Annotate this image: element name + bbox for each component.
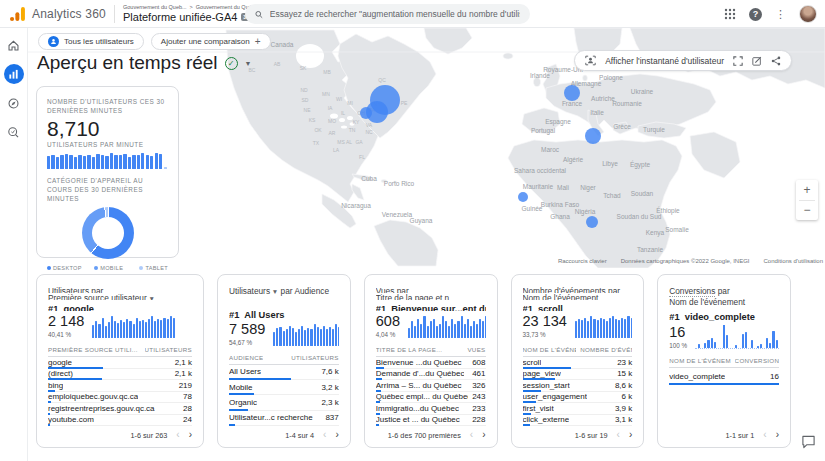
pagination-prev-icon[interactable]: ‹ — [763, 430, 766, 440]
table-row: click_externe3,1 k — [523, 415, 633, 427]
snapshot-button-label[interactable]: Afficher l'instantané d'utilisateur — [605, 56, 724, 66]
map-country-label: Roumanie — [612, 100, 642, 107]
pagination-prev-icon[interactable]: ‹ — [470, 430, 473, 440]
sparkline-bar — [603, 319, 605, 338]
nav-advertising[interactable] — [4, 122, 24, 142]
sparkline-bar — [411, 321, 413, 338]
edit-icon[interactable] — [752, 56, 762, 66]
keyboard-shortcuts-link[interactable]: Raccourcis clavier — [558, 258, 607, 264]
card-value-block: 6084,04 % — [376, 314, 400, 338]
terms-link[interactable]: Conditions d'utilisation — [763, 258, 823, 264]
realtime-users-card: NOMBRE D'UTILISATEURS CES 30 DERNIÈRES M… — [36, 86, 179, 258]
minute-bar — [83, 156, 86, 169]
map-country-label: MS — [337, 139, 345, 145]
pagination-next-icon[interactable]: › — [335, 430, 338, 440]
column-header-metric: NOMBRE D'ÉVÉNE... — [580, 346, 632, 353]
table-header: TITRE DE LA PAGE...VUES — [376, 346, 486, 357]
sparkline-bar — [457, 321, 459, 338]
pagination-next-icon[interactable]: › — [776, 430, 779, 440]
map-country-label: Ukraine — [631, 88, 653, 95]
sparkline-bar — [711, 338, 713, 348]
row-metric-value: 3,1 k — [615, 415, 632, 424]
row-metric-value: 2,3 k — [321, 398, 338, 407]
map-country-label: SD — [302, 97, 309, 103]
title-caret-icon[interactable]: ▼ — [245, 60, 252, 67]
sparkline-bar — [701, 347, 703, 348]
card-dimension-label[interactable]: Première source utilisateur ▼ — [48, 293, 192, 300]
top-app-bar: Analytics 360 Gouvernement du Queb... > … — [0, 0, 825, 28]
active-users-marker — [518, 192, 528, 202]
nav-reports[interactable] — [4, 64, 24, 84]
sparkline-bar — [433, 319, 435, 338]
row-metric-value: 15 k — [617, 369, 632, 378]
row-metric-value: 24 — [183, 415, 192, 424]
table-row: video_complete16 — [669, 368, 779, 385]
data-quality-check-icon[interactable]: ✓ — [225, 57, 238, 70]
table-row: All Users7,6 k — [229, 365, 339, 380]
feedback-bubble-icon — [801, 435, 816, 449]
dimension-name: Titre de la page et n... — [376, 293, 456, 300]
row-dimension-value: click_externe — [523, 415, 570, 424]
pagination-prev-icon[interactable]: ‹ — [176, 430, 179, 440]
feedback-button[interactable] — [801, 435, 816, 453]
pagination-next-icon[interactable]: › — [189, 430, 192, 440]
row-dimension-value: google — [48, 358, 72, 367]
chip-add-comparison[interactable]: Ajouter une comparaison + — [151, 33, 271, 50]
minute-bar — [51, 155, 54, 169]
row-metric-value: 228 — [472, 415, 485, 424]
nav-home[interactable] — [4, 35, 24, 55]
device-legend-label: TABLET — [139, 265, 168, 271]
card-title-line1: Nombre d'événements par — [523, 286, 633, 293]
zoom-out-button[interactable]: − — [796, 201, 818, 221]
minute-bar — [146, 155, 149, 169]
sparkline-bar — [454, 324, 456, 338]
zoom-in-button[interactable]: + — [796, 180, 818, 200]
device-category-donut — [82, 207, 134, 259]
sparkline-bar — [723, 325, 725, 348]
row-metric-value: 78 — [183, 392, 192, 401]
table-header: PREMIÈRE SOURCE UTILI...UTILISATEURS — [48, 346, 192, 357]
fullscreen-icon[interactable] — [733, 56, 743, 66]
dimension-caret-icon[interactable]: ▼ — [147, 295, 155, 300]
minute-bar — [105, 156, 108, 169]
minute-bar — [60, 155, 63, 169]
row-dimension-value: first_visit — [523, 404, 554, 413]
home-icon — [7, 39, 20, 52]
page-title: Aperçu en temps réel — [37, 52, 218, 74]
pagination-prev-icon[interactable]: ‹ — [323, 430, 326, 440]
nav-explore[interactable] — [4, 93, 24, 113]
advertising-icon — [7, 126, 20, 139]
card-dimension-label: Titre de la page et n... — [376, 293, 486, 300]
card-total-value: 608 — [376, 314, 400, 329]
table-row: registreentreprises.gouv.qc.ca28 — [48, 403, 192, 415]
row-value-bar — [48, 424, 50, 426]
users-per-minute-chart — [47, 152, 168, 169]
minute-bar — [47, 156, 50, 169]
sparkline-bar — [695, 347, 697, 348]
device-name: TABLET — [145, 265, 168, 271]
legend-dot-icon — [94, 266, 98, 270]
sparkline-bar — [769, 343, 771, 348]
chip-all-users[interactable]: Tous les utilisateurs — [38, 33, 144, 50]
more-options-icon[interactable]: ⋮ — [775, 9, 786, 19]
map-country-label: AB — [274, 61, 281, 67]
analytics-logo[interactable]: Analytics 360 — [0, 5, 112, 23]
property-name: Plateforme unifiée-GA4 — [123, 11, 237, 23]
sparkline-bar — [742, 334, 744, 348]
map-country-label: Irlande — [530, 72, 550, 79]
help-icon[interactable]: ? — [749, 8, 762, 21]
card-metric-label: Utilisateurs — [229, 286, 270, 296]
user-avatar[interactable] — [799, 5, 817, 23]
row-dimension-value: (direct) — [48, 369, 73, 378]
sparkline-bar — [593, 319, 595, 338]
share-icon[interactable] — [771, 56, 781, 66]
sparkline-bar — [482, 321, 484, 338]
card-value-block: 23 13433,73 % — [523, 314, 567, 338]
column-header-dimension: PREMIÈRE SOURCE UTILI... — [48, 346, 138, 353]
search-input[interactable]: Essayez de rechercher "augmentation mens… — [245, 4, 530, 24]
pagination-next-icon[interactable]: › — [482, 430, 485, 440]
pagination-prev-icon[interactable]: ‹ — [617, 430, 620, 440]
apps-grid-icon[interactable] — [724, 8, 736, 20]
card-value-row: 2 14840,41 % — [48, 314, 192, 338]
pagination-next-icon[interactable]: › — [629, 430, 632, 440]
